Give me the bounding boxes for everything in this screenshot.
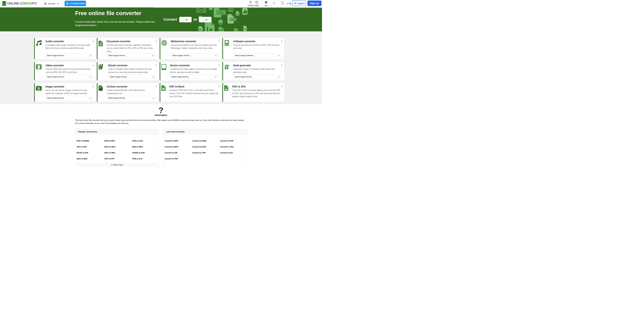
svg-text:TIFF: TIFF (235, 30, 237, 31)
svg-text:PNG: PNG (199, 29, 201, 30)
svg-text:XLS: XLS (236, 14, 239, 15)
svg-text:DOCX: DOCX (219, 29, 223, 31)
svg-text:AI: AI (67, 4, 68, 4)
svg-text:?: ? (256, 2, 257, 3)
svg-text:JPG: JPG (218, 11, 224, 14)
svg-text:PDF: PDF (231, 19, 235, 21)
svg-text:Aa: Aa (244, 28, 246, 30)
